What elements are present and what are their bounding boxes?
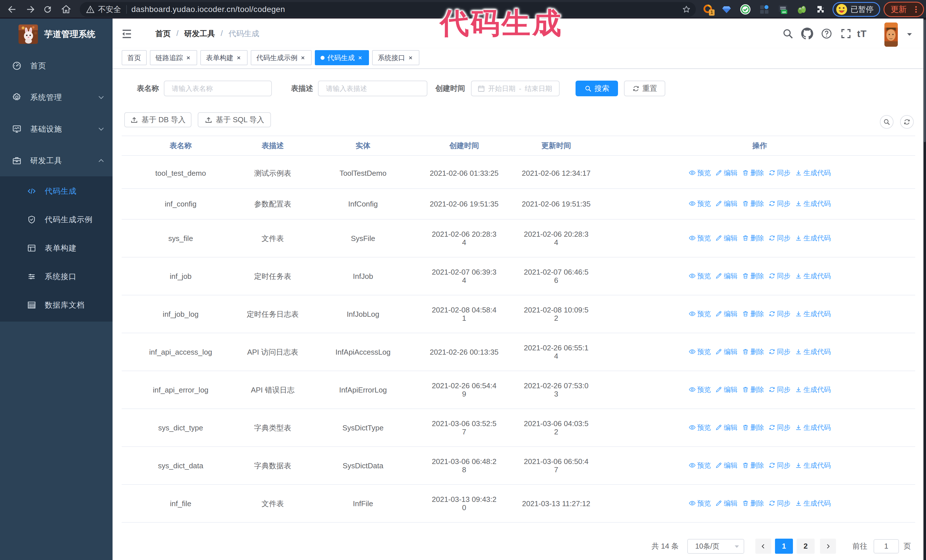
url-text[interactable]: dashboard.yudao.iocoder.cn/tool/codegen xyxy=(132,5,285,14)
toggle-search-button[interactable] xyxy=(880,115,894,129)
action-preview-link[interactable]: 预览 xyxy=(688,347,711,356)
browser-reload-button[interactable] xyxy=(42,4,53,15)
tag-close-icon[interactable] xyxy=(357,55,363,61)
page-button-1[interactable]: 1 xyxy=(775,539,793,554)
scrollbar-thumb[interactable] xyxy=(924,20,926,142)
tag-close-icon[interactable] xyxy=(236,55,242,61)
tag-close-icon[interactable] xyxy=(185,55,191,61)
action-delete-link[interactable]: 删除 xyxy=(742,199,764,208)
extension-on-icon[interactable]: on xyxy=(777,3,789,16)
action-edit-link[interactable]: 编辑 xyxy=(715,461,737,469)
page-size-select[interactable]: 10条/页 xyxy=(687,539,744,554)
action-sync-link[interactable]: 同步 xyxy=(769,499,791,507)
browser-menu-dots-icon[interactable] xyxy=(912,5,920,14)
security-label[interactable]: 不安全 xyxy=(98,4,121,15)
font-size-icon[interactable]: tT xyxy=(857,28,867,39)
action-edit-link[interactable]: 编辑 xyxy=(715,499,737,507)
sidebar-collapse-icon[interactable] xyxy=(121,28,133,40)
action-edit-link[interactable]: 编辑 xyxy=(715,309,737,318)
sidebar-subitem-3[interactable]: 系统接口 xyxy=(0,262,112,291)
action-preview-link[interactable]: 预览 xyxy=(688,499,711,507)
action-generate-link[interactable]: 生成代码 xyxy=(795,347,831,356)
avatar-caret-icon[interactable] xyxy=(906,32,912,37)
tag-0[interactable]: 首页 xyxy=(122,50,147,65)
action-edit-link[interactable]: 编辑 xyxy=(715,385,737,394)
action-generate-link[interactable]: 生成代码 xyxy=(795,309,831,318)
action-sync-link[interactable]: 同步 xyxy=(769,169,791,177)
logo-row[interactable]: 芋道管理系统 xyxy=(0,18,112,50)
tag-close-icon[interactable] xyxy=(407,55,414,61)
sidebar-item-home[interactable]: 首页 xyxy=(0,50,112,82)
browser-home-button[interactable] xyxy=(61,4,72,15)
sidebar-subitem-2[interactable]: 表单构建 xyxy=(0,234,112,262)
import-db-button[interactable]: 基于 DB 导入 xyxy=(124,112,191,127)
tag-close-icon[interactable] xyxy=(300,55,306,61)
action-sync-link[interactable]: 同步 xyxy=(769,309,791,318)
action-delete-link[interactable]: 删除 xyxy=(742,423,764,432)
action-sync-link[interactable]: 同步 xyxy=(769,347,791,356)
import-sql-button[interactable]: 基于 SQL 导入 xyxy=(198,112,271,127)
action-edit-link[interactable]: 编辑 xyxy=(715,169,737,177)
action-delete-link[interactable]: 删除 xyxy=(742,272,764,280)
help-icon[interactable] xyxy=(820,28,832,39)
browser-forward-button[interactable] xyxy=(25,4,36,15)
action-preview-link[interactable]: 预览 xyxy=(688,309,711,318)
action-delete-link[interactable]: 删除 xyxy=(742,499,764,507)
reset-button[interactable]: 重置 xyxy=(624,81,665,96)
start-date-placeholder[interactable]: 开始日期 xyxy=(485,84,519,93)
extension-monster-icon[interactable] xyxy=(796,3,808,16)
sidebar-item-2[interactable]: 基础设施 xyxy=(0,113,112,145)
action-generate-link[interactable]: 生成代码 xyxy=(795,272,831,280)
action-preview-link[interactable]: 预览 xyxy=(688,234,711,242)
action-sync-link[interactable]: 同步 xyxy=(769,199,791,208)
goto-page-input[interactable]: 1 xyxy=(873,539,899,554)
search-button[interactable]: 搜索 xyxy=(575,81,618,96)
action-generate-link[interactable]: 生成代码 xyxy=(795,423,831,432)
browser-back-button[interactable] xyxy=(6,4,18,15)
sidebar-subitem-1[interactable]: 代码生成示例 xyxy=(0,205,112,234)
action-preview-link[interactable]: 预览 xyxy=(688,461,711,469)
tag-4[interactable]: 代码生成 xyxy=(315,50,369,65)
tag-2[interactable]: 表单构建 xyxy=(200,50,248,65)
action-delete-link[interactable]: 删除 xyxy=(742,169,764,177)
sidebar-subitem-0[interactable]: 代码生成 xyxy=(0,177,112,205)
refresh-table-button[interactable] xyxy=(900,115,914,129)
breadcrumb-home[interactable]: 首页 xyxy=(155,29,171,39)
extension-puzzle-icon[interactable] xyxy=(815,3,826,16)
action-delete-link[interactable]: 删除 xyxy=(742,309,764,318)
bookmark-star-icon[interactable] xyxy=(682,5,691,14)
action-edit-link[interactable]: 编辑 xyxy=(715,423,737,432)
action-delete-link[interactable]: 删除 xyxy=(742,347,764,356)
header-search-icon[interactable] xyxy=(782,28,794,39)
action-preview-link[interactable]: 预览 xyxy=(688,169,711,177)
sidebar-subitem-4[interactable]: 数据库文档 xyxy=(0,291,112,319)
tag-1[interactable]: 链路追踪 xyxy=(150,50,197,65)
github-icon[interactable] xyxy=(801,28,813,39)
extension-diamond-icon[interactable] xyxy=(721,3,732,16)
action-delete-link[interactable]: 删除 xyxy=(742,234,764,242)
breadcrumb-tool[interactable]: 研发工具 xyxy=(185,29,215,39)
action-generate-link[interactable]: 生成代码 xyxy=(795,199,831,208)
page-button-2[interactable]: 2 xyxy=(797,539,815,554)
action-generate-link[interactable]: 生成代码 xyxy=(795,461,831,469)
fullscreen-icon[interactable] xyxy=(840,28,852,39)
action-generate-link[interactable]: 生成代码 xyxy=(795,169,831,177)
browser-update-button[interactable]: 更新 xyxy=(884,2,924,17)
action-sync-link[interactable]: 同步 xyxy=(769,423,791,432)
action-preview-link[interactable]: 预览 xyxy=(688,272,711,280)
table-name-input[interactable]: 请输入表名称 xyxy=(164,81,272,96)
prev-page-button[interactable] xyxy=(755,539,771,554)
action-edit-link[interactable]: 编辑 xyxy=(715,347,737,356)
action-edit-link[interactable]: 编辑 xyxy=(715,234,737,242)
extension-green-check-icon[interactable] xyxy=(740,3,751,16)
browser-scrollbar[interactable] xyxy=(923,18,926,560)
action-generate-link[interactable]: 生成代码 xyxy=(795,234,831,242)
sidebar-item-1[interactable]: 系统管理 xyxy=(0,82,112,113)
action-delete-link[interactable]: 删除 xyxy=(742,385,764,394)
sidebar-item-3[interactable]: 研发工具 xyxy=(0,145,112,176)
action-edit-link[interactable]: 编辑 xyxy=(715,199,737,208)
tag-3[interactable]: 代码生成示例 xyxy=(251,50,312,65)
date-range-picker[interactable]: 开始日期 - 结束日期 xyxy=(471,81,560,96)
action-generate-link[interactable]: 生成代码 xyxy=(795,499,831,507)
action-sync-link[interactable]: 同步 xyxy=(769,234,791,242)
